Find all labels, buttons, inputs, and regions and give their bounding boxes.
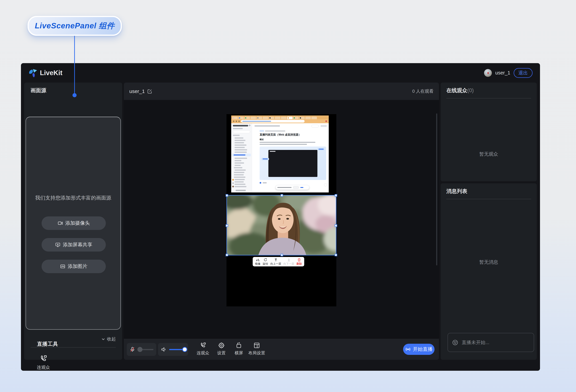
- livescenepanel-callout: LiveScenePanel 组件: [28, 16, 122, 36]
- audience-title: 在线观众(0): [446, 87, 474, 94]
- brand: LiveKit: [29, 68, 62, 78]
- messages-title: 消息列表: [446, 188, 467, 195]
- screenshare-source-layer[interactable]: 直播列表页面（Web 桌面浏览器） 概述: [231, 115, 329, 192]
- delete-button[interactable]: 删除: [296, 258, 302, 266]
- header-username: user_1: [495, 70, 510, 76]
- mic-volume-control[interactable]: [127, 343, 156, 356]
- call-viewer-label: 连观众: [37, 365, 50, 370]
- doc-figure-panel: [259, 147, 326, 180]
- output-volume-knob[interactable]: [182, 347, 187, 352]
- callout-label: LiveScenePanel 组件: [35, 21, 115, 31]
- selection-outline: [227, 195, 336, 255]
- emoji-icon[interactable]: [452, 339, 458, 346]
- stream-preview: 直播列表页面（Web 桌面浏览器） 概述: [227, 114, 336, 306]
- live-tools-header: 直播工具 收起: [30, 336, 116, 342]
- layer-down-button[interactable]: 向下一层: [284, 258, 294, 266]
- layer-up-icon: [274, 258, 278, 262]
- doc-annotation-chip-left: [261, 158, 269, 160]
- call-viewer-icon: [39, 355, 48, 363]
- screen-share-icon: [55, 242, 60, 247]
- stage-column: user_1 0 人在观看: [124, 82, 439, 360]
- image-icon: [60, 264, 65, 269]
- audience-count: (0): [467, 87, 474, 93]
- doc-annotation-chip-right: [317, 148, 325, 151]
- messages-empty-text: 暂无消息: [441, 259, 537, 265]
- selection-handle-sw[interactable]: [226, 254, 228, 256]
- viewer-count: 0 人在观看: [412, 88, 433, 94]
- sources-title: 画面源: [30, 87, 46, 94]
- edit-title-icon[interactable]: [147, 89, 152, 94]
- brand-name: LiveKit: [40, 69, 62, 77]
- messages-panel: 消息列表 暂无消息: [441, 183, 537, 360]
- selection-handle-e[interactable]: [335, 224, 337, 227]
- add-image-button[interactable]: 添加图片: [42, 260, 106, 273]
- speaker-icon: [161, 346, 167, 352]
- page: LiveScenePanel 组件 LiveKit user_1 退出 画面源: [0, 0, 576, 392]
- call-viewer-tool[interactable]: 连观众: [32, 355, 55, 370]
- selection-handle-nw[interactable]: [226, 194, 228, 197]
- mirror-button[interactable]: 镜像: [255, 258, 260, 266]
- messages-divider: [446, 199, 531, 199]
- selection-handle-se[interactable]: [335, 254, 337, 256]
- chevron-down-icon: [101, 337, 106, 341]
- audience-panel: 在线观众(0) 暂无观众: [441, 82, 537, 181]
- add-image-label: 添加图片: [68, 263, 87, 270]
- doc-figure-screenshot: [268, 150, 317, 177]
- add-screenshare-button[interactable]: 添加屏幕共享: [42, 238, 106, 252]
- collapse-toggle[interactable]: 收起: [101, 336, 116, 342]
- camera-icon: [58, 220, 63, 226]
- call-viewer-icon: [200, 342, 206, 349]
- callout-connector-line: [74, 34, 75, 94]
- logout-button[interactable]: 退出: [514, 68, 533, 78]
- mic-volume-knob[interactable]: [137, 347, 143, 352]
- broadcast-icon: [405, 346, 411, 352]
- collapse-label: 收起: [107, 336, 116, 342]
- doc-sidebar: [231, 123, 252, 192]
- rotate-button[interactable]: 旋转: [263, 258, 268, 266]
- livekit-logo-icon: [29, 68, 37, 78]
- stage-header: user_1 0 人在观看: [124, 82, 439, 100]
- live-tools-title: 直播工具: [37, 340, 58, 348]
- layer-up-button[interactable]: 向上一层: [270, 258, 281, 266]
- selection-handle-n[interactable]: [281, 194, 283, 197]
- selection-handle-s[interactable]: [281, 254, 283, 256]
- doc-section-heading: 概述: [259, 138, 264, 141]
- selection-handle-w[interactable]: [226, 224, 228, 227]
- chat-input[interactable]: [461, 340, 530, 345]
- header-right: user_1 退出: [484, 68, 533, 78]
- doc-title: 直播列表页面（Web 桌面浏览器）: [259, 133, 301, 137]
- gear-icon: [218, 342, 225, 349]
- add-camera-button[interactable]: 添加摄像头: [42, 216, 106, 230]
- browser-address-bar: [231, 119, 329, 123]
- layer-edit-toolbar: 镜像 旋转 向上一层: [253, 257, 304, 266]
- audience-divider: [446, 98, 531, 98]
- chat-input-container: [448, 333, 534, 352]
- output-volume-control[interactable]: [158, 343, 188, 356]
- canvas-scrollbar[interactable]: [436, 113, 437, 265]
- audience-empty-text: 暂无观众: [441, 151, 537, 157]
- live-tools-divider: [30, 347, 116, 348]
- output-volume-track[interactable]: [169, 349, 185, 350]
- stage-title: user_1: [129, 88, 145, 94]
- layout-settings-control[interactable]: 布局设置: [246, 342, 268, 356]
- user-avatar[interactable]: [484, 69, 492, 77]
- mic-muted-icon: [129, 346, 135, 352]
- stage-canvas[interactable]: 直播列表页面（Web 桌面浏览器） 概述: [124, 100, 439, 339]
- add-camera-label: 添加摄像头: [65, 220, 90, 227]
- start-live-button[interactable]: 开始直播: [403, 344, 434, 355]
- mic-volume-track[interactable]: [138, 349, 153, 350]
- sources-empty-hint: 我们支持您添加形式丰富的画面源: [26, 194, 120, 201]
- start-live-label: 开始直播: [413, 346, 432, 353]
- scene-panel-dropzone: 我们支持您添加形式丰富的画面源 添加摄像头 添加屏幕共享: [26, 117, 121, 330]
- sources-panel: 画面源 我们支持您添加形式丰富的画面源 添加摄像头 添加屏幕共享: [24, 82, 122, 360]
- browser-tabstrip: [231, 115, 329, 119]
- landscape-rotate-icon: [235, 342, 242, 349]
- stage-control-bar: 连观众 设置 横屏: [124, 339, 439, 360]
- mirror-icon: [256, 258, 260, 262]
- app-header: LiveKit user_1 退出: [21, 63, 540, 82]
- livekit-app-window: LiveKit user_1 退出 画面源 我们支持您添加形式丰富的画面源 添加…: [21, 63, 540, 371]
- add-screenshare-label: 添加屏幕共享: [63, 241, 92, 248]
- selection-handle-ne[interactable]: [335, 194, 337, 197]
- rotate-icon: [263, 258, 267, 262]
- callout-connector-dot: [73, 93, 77, 97]
